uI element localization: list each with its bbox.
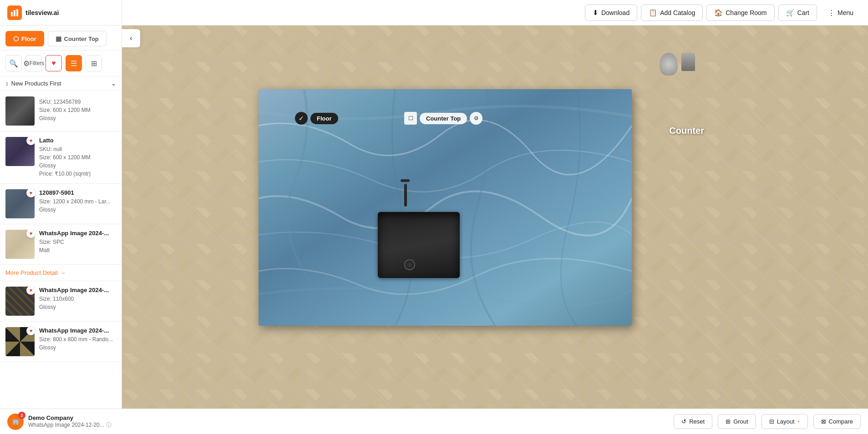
- bottom-bar: 🏢 2 Demo Company WhatsApp Image 2024-12-…: [0, 409, 868, 434]
- cup-decoration: [681, 53, 695, 71]
- download-icon: ⬇: [593, 9, 599, 17]
- kettle-decoration: [660, 53, 678, 76]
- floor-label-pill[interactable]: Floor: [310, 113, 338, 124]
- back-button[interactable]: ‹: [122, 29, 140, 47]
- product-info: WhatsApp Image 2024-... Size: 110x600 Gl…: [39, 287, 116, 311]
- product-name: Latto: [39, 137, 116, 144]
- favorites-button[interactable]: ♥: [46, 55, 62, 71]
- counter-top-label-pill[interactable]: Counter Top: [420, 113, 467, 124]
- product-name: WhatsApp Image 2024-...: [39, 287, 116, 293]
- sidebar: ⬡ Floor ▦ Counter Top 🔍 ⚙ Filters ♥ ☰: [0, 25, 122, 409]
- list-item[interactable]: ♥ WhatsApp Image 2024-... Size: 110x600 …: [0, 281, 122, 322]
- product-sku: SKU: null: [39, 145, 116, 153]
- product-size: Size: 600 x 1200 MM: [39, 153, 116, 161]
- product-name: WhatsApp Image 2024-...: [39, 230, 116, 237]
- product-size: Size: 1200 x 2400 mm - Lar...: [39, 197, 116, 206]
- more-product-detail-button[interactable]: More Product Detail →: [0, 264, 122, 281]
- download-button[interactable]: ⬇ Download: [585, 5, 637, 21]
- counter-top-label-group: ☐ Counter Top ⚙: [404, 112, 482, 125]
- layout-button[interactable]: ⊟ Layout +: [761, 414, 808, 429]
- menu-icon: ⋮: [828, 9, 835, 17]
- company-name: Demo Company: [28, 414, 112, 421]
- floor-label-group: ✓ Floor: [295, 112, 338, 125]
- faucet-body: [404, 184, 407, 207]
- compare-button[interactable]: ⊠ Compare: [813, 414, 861, 429]
- grid-view-button[interactable]: ⊞: [86, 55, 102, 71]
- filter-icon: ⚙: [23, 59, 30, 68]
- company-text: Demo Company WhatsApp Image 2024-12-20..…: [28, 414, 112, 429]
- info-icon[interactable]: ⓘ: [106, 421, 112, 429]
- company-icon: 🏢: [12, 419, 19, 425]
- svg-rect-2: [16, 9, 18, 16]
- company-logo: 🏢 2: [7, 414, 24, 430]
- grout-button[interactable]: ⊞ Grout: [718, 414, 756, 429]
- sidebar-tabs: ⬡ Floor ▦ Counter Top: [0, 25, 122, 50]
- list-item-with-detail: ♥ WhatsApp Image 2024-... Size: SPC Matt…: [0, 224, 122, 281]
- cart-icon: 🛒: [786, 9, 795, 17]
- logo-area: tilesview.ai: [0, 0, 122, 25]
- counter-top-surface: [259, 89, 632, 326]
- favorite-badge: ♥: [26, 136, 36, 145]
- favorite-badge: ♥: [26, 286, 36, 295]
- chevron-down-icon: ⌄: [111, 80, 116, 87]
- faucet-spout: [401, 179, 410, 182]
- floor-check-icon: ✓: [295, 112, 308, 125]
- list-item[interactable]: ♥ WhatsApp Image 2024-... Size: SPC Matt: [0, 224, 122, 264]
- product-size: Size: SPC: [39, 238, 116, 246]
- counter-label: Counter: [669, 126, 704, 136]
- logo-icon: [7, 5, 22, 20]
- search-button[interactable]: 🔍: [5, 55, 22, 71]
- sidebar-controls: 🔍 ⚙ Filters ♥ ☰ ⊞: [0, 50, 122, 76]
- company-info: 🏢 2 Demo Company WhatsApp Image 2024-12-…: [7, 414, 666, 430]
- product-size: Size: 110x600: [39, 295, 116, 303]
- layout-icon: ⊟: [769, 418, 774, 425]
- product-list: SKU: 123456789 Size: 600 x 1200 MM Gloss…: [0, 91, 122, 409]
- counter-top-options-icon[interactable]: ⚙: [470, 112, 482, 125]
- svg-rect-1: [14, 10, 15, 16]
- counter-top-checkbox[interactable]: ☐: [404, 112, 417, 125]
- canvas-area: ‹: [122, 25, 868, 409]
- chevron-left-icon: ‹: [130, 34, 132, 42]
- heart-icon: ♥: [51, 59, 56, 67]
- layout-badge: +: [797, 419, 800, 424]
- main-wrapper: ⬡ Floor ▦ Counter Top 🔍 ⚙ Filters ♥ ☰: [0, 25, 868, 409]
- list-icon: ☰: [71, 59, 77, 68]
- tab-floor[interactable]: ⬡ Floor: [5, 31, 44, 46]
- product-info: Latto SKU: null Size: 600 x 1200 MM Glos…: [39, 137, 116, 178]
- product-size: Size: 800 x 800 mm - Rando...: [39, 335, 116, 343]
- cart-button[interactable]: 🛒 Cart: [778, 5, 817, 21]
- arrow-right-icon: →: [60, 269, 66, 276]
- add-catalog-button[interactable]: 📋 Add Catalog: [641, 5, 703, 21]
- svg-rect-9: [259, 89, 632, 326]
- product-finish: Glossy: [39, 343, 116, 352]
- change-room-button[interactable]: 🏠 Change Room: [706, 5, 774, 21]
- list-item[interactable]: ♥ Latto SKU: null Size: 600 x 1200 MM Gl…: [0, 131, 122, 184]
- list-item[interactable]: ♥ WhatsApp Image 2024-... Size: 800 x 80…: [0, 322, 122, 362]
- menu-button[interactable]: ⋮ Menu: [821, 5, 861, 20]
- brand-name: tilesview.ai: [25, 9, 59, 16]
- sink: [378, 212, 460, 278]
- bottom-actions: ↺ Reset ⊞ Grout ⊟ Layout + ⊠ Compare: [674, 414, 861, 429]
- product-info: 120897-5901 Size: 1200 x 2400 mm - Lar..…: [39, 189, 116, 214]
- favorite-badge: ♥: [26, 188, 36, 197]
- list-view-button[interactable]: ☰: [66, 55, 82, 71]
- room-icon: 🏠: [714, 9, 723, 17]
- favorite-badge: ♥: [26, 326, 36, 335]
- product-finish: Glossy: [39, 114, 116, 122]
- product-finish: Matt: [39, 246, 116, 254]
- product-sku: SKU: 123456789: [39, 98, 116, 106]
- filters-button[interactable]: ⚙ Filters: [25, 55, 42, 71]
- tab-counter-top[interactable]: ▦ Counter Top: [48, 31, 107, 46]
- list-item[interactable]: ♥ 120897-5901 Size: 1200 x 2400 mm - Lar…: [0, 184, 122, 224]
- sort-icon: ↕: [5, 80, 9, 87]
- product-info: WhatsApp Image 2024-... Size: SPC Matt: [39, 230, 116, 254]
- list-item[interactable]: SKU: 123456789 Size: 600 x 1200 MM Gloss…: [0, 91, 122, 131]
- kitchen-items: [660, 53, 695, 76]
- favorite-badge: ♥: [26, 229, 36, 238]
- product-size: Size: 600 x 1200 MM: [39, 106, 116, 114]
- counter-icon: ▦: [56, 35, 61, 42]
- floor-icon: ⬡: [13, 35, 19, 42]
- sort-row[interactable]: ↕ New Products First ⌄: [0, 76, 122, 91]
- reset-button[interactable]: ↺ Reset: [674, 414, 712, 429]
- catalog-icon: 📋: [649, 9, 657, 17]
